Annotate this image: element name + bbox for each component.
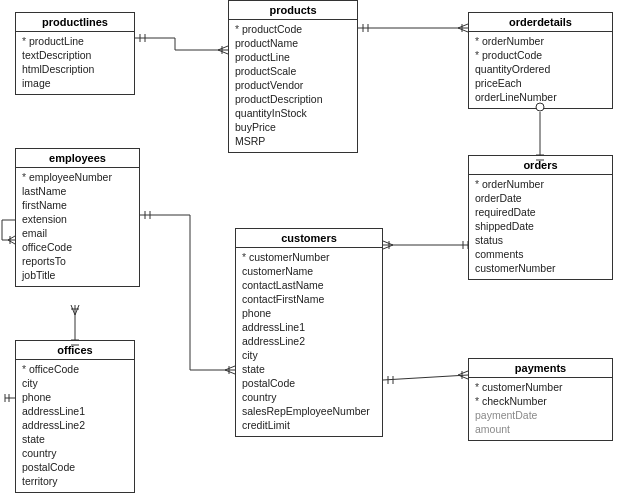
entity-customers-header: customers bbox=[236, 229, 382, 248]
entity-products: products * productCode productName produ… bbox=[228, 0, 358, 153]
field: * checkNumber bbox=[475, 394, 606, 408]
field: country bbox=[242, 390, 376, 404]
svg-line-28 bbox=[75, 305, 79, 315]
svg-line-35 bbox=[225, 366, 235, 370]
field: amount bbox=[475, 422, 606, 436]
field: jobTitle bbox=[22, 268, 133, 282]
field: territory bbox=[22, 474, 128, 488]
entity-orders-header: orders bbox=[469, 156, 612, 175]
field: phone bbox=[22, 390, 128, 404]
field: firstName bbox=[22, 198, 133, 212]
field: customerNumber bbox=[475, 261, 606, 275]
field: htmlDescription bbox=[22, 62, 128, 76]
field: shippedDate bbox=[475, 219, 606, 233]
field: officeCode bbox=[22, 240, 133, 254]
field: postalCode bbox=[22, 460, 128, 474]
entity-employees: employees * employeeNumber lastName firs… bbox=[15, 148, 140, 287]
field: productDescription bbox=[235, 92, 351, 106]
entity-orderdetails: orderdetails * orderNumber * productCode… bbox=[468, 12, 613, 109]
field: extension bbox=[22, 212, 133, 226]
field: * officeCode bbox=[22, 362, 128, 376]
svg-line-47 bbox=[458, 371, 468, 375]
field: creditLimit bbox=[242, 418, 376, 432]
field: orderDate bbox=[475, 191, 606, 205]
svg-line-21 bbox=[8, 236, 15, 240]
svg-line-42 bbox=[383, 245, 393, 249]
field: city bbox=[22, 376, 128, 390]
svg-line-48 bbox=[458, 375, 468, 379]
field: * orderNumber bbox=[475, 177, 606, 191]
field: lastName bbox=[22, 184, 133, 198]
field: * customerNumber bbox=[242, 250, 376, 264]
svg-line-36 bbox=[225, 370, 235, 374]
entity-productlines-header: productlines bbox=[16, 13, 134, 32]
field: status bbox=[475, 233, 606, 247]
field: addressLine1 bbox=[22, 404, 128, 418]
field: country bbox=[22, 446, 128, 460]
field: image bbox=[22, 76, 128, 90]
svg-line-27 bbox=[71, 305, 75, 315]
field: email bbox=[22, 226, 133, 240]
entity-orders: orders * orderNumber orderDate requiredD… bbox=[468, 155, 613, 280]
field: MSRP bbox=[235, 134, 351, 148]
field: * customerNumber bbox=[475, 380, 606, 394]
field: * productLine bbox=[22, 34, 128, 48]
field: productLine bbox=[235, 50, 351, 64]
field: state bbox=[242, 362, 376, 376]
field: contactFirstName bbox=[242, 292, 376, 306]
field: phone bbox=[242, 306, 376, 320]
field: * employeeNumber bbox=[22, 170, 133, 184]
field: comments bbox=[475, 247, 606, 261]
entity-productlines: productlines * productLine textDescripti… bbox=[15, 12, 135, 95]
svg-line-11 bbox=[458, 24, 468, 28]
svg-line-5 bbox=[218, 46, 228, 50]
field: quantityOrdered bbox=[475, 62, 606, 76]
entity-products-header: products bbox=[229, 1, 357, 20]
entity-payments-header: payments bbox=[469, 359, 612, 378]
field: productName bbox=[235, 36, 351, 50]
field: requiredDate bbox=[475, 205, 606, 219]
field: salesRepEmployeeNumber bbox=[242, 404, 376, 418]
field: productScale bbox=[235, 64, 351, 78]
entity-customers: customers * customerNumber customerName … bbox=[235, 228, 383, 437]
entity-offices: offices * officeCode city phone addressL… bbox=[15, 340, 135, 493]
field: city bbox=[242, 348, 376, 362]
entity-orderdetails-header: orderdetails bbox=[469, 13, 612, 32]
field: quantityInStock bbox=[235, 106, 351, 120]
field: * productCode bbox=[475, 48, 606, 62]
entity-payments: payments * customerNumber * checkNumber … bbox=[468, 358, 613, 441]
field: orderLineNumber bbox=[475, 90, 606, 104]
field: contactLastName bbox=[242, 278, 376, 292]
field: addressLine2 bbox=[242, 334, 376, 348]
svg-line-12 bbox=[458, 28, 468, 32]
field: productVendor bbox=[235, 78, 351, 92]
field: buyPrice bbox=[235, 120, 351, 134]
svg-line-41 bbox=[383, 241, 393, 245]
entity-offices-header: offices bbox=[16, 341, 134, 360]
svg-line-22 bbox=[8, 240, 15, 244]
field: priceEach bbox=[475, 76, 606, 90]
svg-line-44 bbox=[383, 375, 468, 380]
field: postalCode bbox=[242, 376, 376, 390]
field: addressLine1 bbox=[242, 320, 376, 334]
field: state bbox=[22, 432, 128, 446]
field: * orderNumber bbox=[475, 34, 606, 48]
svg-line-6 bbox=[218, 50, 228, 54]
field: textDescription bbox=[22, 48, 128, 62]
field: reportsTo bbox=[22, 254, 133, 268]
erd-diagram: productlines * productLine textDescripti… bbox=[0, 0, 626, 500]
field: addressLine2 bbox=[22, 418, 128, 432]
entity-employees-header: employees bbox=[16, 149, 139, 168]
field: customerName bbox=[242, 264, 376, 278]
field: paymentDate bbox=[475, 408, 606, 422]
field: * productCode bbox=[235, 22, 351, 36]
